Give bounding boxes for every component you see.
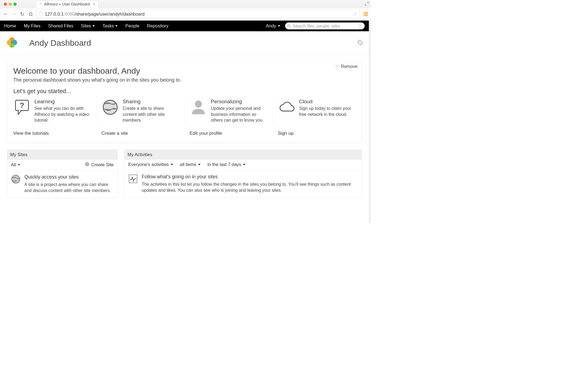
reload-button[interactable]: ↻	[20, 12, 25, 17]
search-clear-icon[interactable]: ×	[358, 24, 362, 28]
fullscreen-icon[interactable]	[364, 1, 369, 7]
tile-title: Sharing	[123, 99, 179, 104]
tile-title: Personalizing	[211, 99, 267, 104]
dashlet-my-activities: My Activities Everyone's activities all …	[124, 150, 362, 197]
svg-point-6	[195, 101, 202, 108]
globe-icon	[85, 162, 89, 168]
remove-welcome-button[interactable]: × Remove	[335, 64, 358, 69]
tab-close-icon[interactable]: ×	[93, 2, 95, 6]
tile-sharing: Sharing Create a site to share content w…	[101, 99, 185, 123]
back-button[interactable]: ←	[3, 12, 8, 17]
svg-point-1	[288, 24, 290, 27]
browser-chrome: Alfresco » User Dashboard × ← → ↻ 127.0.…	[0, 0, 371, 21]
cloud-icon	[278, 99, 295, 116]
chevron-down-icon	[92, 25, 95, 27]
home-button[interactable]	[28, 12, 33, 17]
activities-who-dropdown[interactable]: Everyone's activities	[128, 162, 173, 167]
activities-when-dropdown[interactable]: in the last 7 days	[207, 162, 245, 167]
chevron-down-icon	[171, 164, 173, 165]
search-box[interactable]: ×	[285, 22, 365, 29]
create-site-link[interactable]: Create Site	[85, 162, 114, 168]
search-icon	[287, 24, 291, 28]
link-sign-up[interactable]: Sign up	[278, 131, 356, 136]
svg-text:?: ?	[20, 101, 24, 110]
tile-desc: Update your personal and business inform…	[211, 105, 267, 123]
nav-repository[interactable]: Repository	[147, 23, 168, 29]
page-header: Andy Dashboard	[0, 31, 369, 55]
app-nav-bar: Home My Files Shared Files Sites Tasks P…	[0, 21, 369, 31]
url-text: 127.0.0.1:8080/share/page/user/andyh/das…	[45, 11, 145, 17]
activities-what-dropdown[interactable]: all items	[180, 162, 200, 167]
user-menu[interactable]: Andy	[266, 23, 280, 29]
chevron-down-icon	[18, 164, 20, 166]
page-title: Andy Dashboard	[29, 38, 91, 48]
question-bubble-icon: ?	[13, 99, 31, 116]
link-edit-profile[interactable]: Edit your profile	[190, 131, 272, 136]
person-icon	[190, 99, 207, 116]
nav-shared-files[interactable]: Shared Files	[48, 23, 73, 29]
welcome-title: Welcome to your dashboard, Andy	[13, 66, 356, 76]
sites-filter-dropdown[interactable]: All	[11, 162, 20, 168]
nav-people[interactable]: People	[125, 23, 139, 29]
svg-point-2	[11, 41, 13, 44]
dashlet-header: My Sites	[7, 150, 117, 159]
address-bar[interactable]: 127.0.0.1:8080/share/page/user/andyh/das…	[36, 10, 359, 18]
bookmark-star-icon[interactable]: ☆	[353, 11, 357, 17]
chevron-down-icon	[243, 164, 245, 165]
nav-tasks[interactable]: Tasks	[102, 23, 118, 29]
tile-title: Cloud	[299, 99, 355, 104]
globe-icon	[11, 174, 21, 194]
close-icon: ×	[335, 64, 339, 68]
dashlet-header: My Activities	[125, 150, 362, 159]
dashlet-body-desc: The activities in this list let you foll…	[142, 181, 358, 193]
forward-button[interactable]: →	[12, 12, 17, 17]
tile-learning: ? Learning See what you can do with Alfr…	[13, 99, 97, 123]
search-input[interactable]	[293, 24, 357, 28]
chevron-down-icon	[278, 25, 280, 27]
maximize-window-icon[interactable]	[13, 2, 16, 5]
window-controls[interactable]	[1, 2, 19, 5]
link-view-tutorials[interactable]: View the tutorials	[13, 131, 96, 136]
tab-title: Alfresco » User Dashboard	[44, 2, 90, 6]
dashlet-my-sites: My Sites All Create Site Quickly access …	[7, 150, 118, 198]
svg-point-0	[40, 3, 41, 4]
dashlet-body-title: Follow what's going on in your sites	[142, 174, 358, 179]
chevron-down-icon	[198, 164, 200, 165]
globe-icon	[101, 99, 119, 116]
tile-title: Learning	[35, 99, 91, 104]
tile-desc: See what you can do with Alfresco by wat…	[35, 105, 91, 123]
tile-cloud: Cloud Sign up today to claim your free n…	[278, 99, 355, 123]
activity-pulse-icon	[128, 174, 138, 193]
close-window-icon[interactable]	[4, 2, 7, 5]
tile-personalizing: Personalizing Update your personal and b…	[190, 99, 273, 123]
get-started-heading: Let's get you started...	[13, 88, 356, 94]
link-create-site[interactable]: Create a site	[101, 131, 184, 136]
alfresco-logo-icon	[5, 36, 19, 50]
page-icon	[39, 12, 43, 16]
welcome-panel: × Remove Welcome to your dashboard, Andy…	[7, 61, 362, 143]
dashlet-body-title: Quickly access your sites	[24, 174, 114, 180]
tile-desc: Create a site to share content with othe…	[123, 105, 179, 123]
chevron-down-icon	[115, 25, 118, 27]
nav-home[interactable]: Home	[4, 23, 16, 29]
dashlet-body-desc: A site is a project area where you can s…	[24, 182, 114, 194]
svg-point-8	[12, 175, 20, 183]
svg-point-5	[103, 100, 117, 114]
nav-sites[interactable]: Sites	[81, 23, 95, 29]
tile-desc: Sign up today to claim your free network…	[299, 105, 355, 117]
minimize-window-icon[interactable]	[9, 2, 12, 5]
nav-my-files[interactable]: My Files	[24, 23, 41, 29]
browser-tab[interactable]: Alfresco » User Dashboard ×	[36, 0, 98, 8]
alfresco-favicon-icon	[39, 2, 43, 7]
settings-gear-icon[interactable]	[357, 39, 364, 47]
welcome-subtitle: The personal dashboard shows you what's …	[13, 78, 356, 83]
browser-menu-icon[interactable]	[364, 12, 368, 16]
